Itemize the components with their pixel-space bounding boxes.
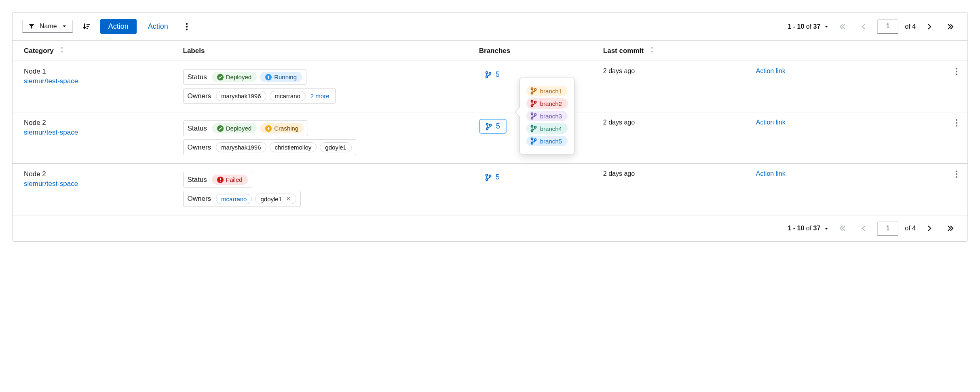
secondary-action-button[interactable]: Action — [143, 19, 173, 34]
branches-popover: branch1 branch2 branch3 branch4 branch5 — [520, 78, 574, 154]
owners-label-group: Ownersmaryshak1996mcarrano2 more — [183, 88, 336, 104]
node-name: Node 1 — [24, 67, 167, 76]
funnel-icon — [28, 23, 35, 30]
svg-point-21 — [534, 89, 536, 91]
branches-number: 5 — [496, 70, 500, 79]
owner-chip[interactable]: christiemolloy — [270, 142, 317, 152]
filter-dropdown[interactable]: Name — [22, 20, 73, 33]
svg-point-34 — [956, 119, 957, 121]
svg-point-17 — [486, 128, 488, 130]
svg-point-27 — [534, 114, 536, 116]
last-commit-value: 2 days ago — [603, 119, 635, 126]
page-input[interactable] — [877, 19, 898, 34]
row-action-link[interactable]: Action link — [756, 170, 786, 177]
svg-point-11 — [956, 68, 957, 70]
branches-count[interactable]: 5 — [479, 170, 506, 184]
svg-point-12 — [956, 71, 957, 72]
svg-point-3 — [186, 23, 188, 24]
toolbar-kebab[interactable] — [180, 19, 194, 34]
svg-point-31 — [531, 138, 533, 140]
col-category[interactable]: Category — [13, 41, 175, 61]
primary-action-button[interactable]: Action — [100, 19, 137, 34]
branch-chip[interactable]: branch4 — [526, 123, 568, 134]
svg-point-26 — [531, 117, 533, 119]
row-kebab[interactable] — [955, 70, 958, 77]
kebab-icon — [955, 119, 958, 127]
branch-chip[interactable]: branch2 — [526, 98, 568, 109]
branches-count[interactable]: 5 — [479, 67, 506, 82]
svg-point-10 — [489, 72, 491, 74]
svg-point-25 — [531, 113, 533, 115]
branch-chip[interactable]: branch3 — [526, 111, 568, 121]
svg-point-13 — [956, 74, 957, 75]
last-commit-value: 2 days ago — [603, 67, 635, 74]
svg-point-41 — [486, 179, 488, 181]
page-prev-button[interactable] — [856, 221, 871, 236]
col-kebab — [947, 41, 967, 61]
row-action-link[interactable]: Action link — [756, 67, 786, 74]
svg-point-16 — [486, 123, 488, 125]
sort-button[interactable] — [79, 19, 94, 34]
branch-chip[interactable]: branch1 — [526, 86, 568, 96]
svg-point-8 — [486, 72, 488, 74]
pagination-range[interactable]: 1 - 10 of 37 — [788, 225, 829, 232]
check-status-icon — [217, 125, 224, 132]
svg-point-22 — [531, 100, 533, 102]
status-chip: Deployed — [212, 123, 257, 133]
owner-chip[interactable]: mcarrano — [270, 91, 306, 101]
svg-point-29 — [531, 130, 533, 132]
label-group-title: Owners — [188, 92, 211, 100]
node-path-link[interactable]: siemur/test-space — [24, 180, 167, 188]
footer-pagination: 1 - 10 of 37 of 4 — [13, 215, 967, 241]
git-branch-icon — [485, 174, 492, 181]
page-of-label: of 4 — [905, 23, 916, 30]
page-first-button[interactable] — [835, 221, 850, 236]
page-prev-button[interactable] — [856, 19, 871, 34]
last-commit-value: 2 days ago — [603, 170, 635, 177]
owner-chip[interactable]: gdoyle1✕ — [255, 194, 296, 204]
node-name: Node 2 — [24, 119, 167, 127]
svg-point-23 — [531, 105, 533, 107]
node-path-link[interactable]: siemur/test-space — [24, 77, 167, 85]
svg-point-44 — [956, 173, 957, 175]
row-kebab[interactable] — [955, 121, 958, 128]
table-row: Node 2 siemur/test-space StatusFailed Ow… — [13, 164, 967, 215]
svg-rect-1 — [87, 26, 89, 27]
caret-down-icon — [62, 24, 67, 29]
page-first-button[interactable] — [835, 19, 850, 34]
owner-chip[interactable]: maryshak1996 — [216, 91, 266, 101]
page-last-button[interactable] — [943, 19, 958, 34]
svg-point-36 — [956, 125, 957, 126]
page-next-button[interactable] — [922, 19, 937, 34]
owner-chip[interactable]: mcarrano — [216, 194, 252, 204]
svg-point-19 — [531, 88, 533, 90]
pagination-range[interactable]: 1 - 10 of 37 — [788, 23, 829, 30]
label-group-title: Status — [188, 176, 207, 184]
node-path-link[interactable]: siemur/test-space — [24, 129, 167, 137]
svg-point-18 — [489, 124, 491, 126]
git-branch-icon — [530, 100, 537, 107]
row-action-link[interactable]: Action link — [756, 119, 786, 126]
branches-number: 5 — [496, 173, 500, 181]
owner-chip[interactable]: gdoyle1 — [320, 142, 352, 152]
page-next-button[interactable] — [922, 221, 937, 236]
remove-chip-icon[interactable]: ✕ — [286, 195, 291, 202]
svg-point-35 — [956, 122, 957, 124]
label-group-title: Status — [188, 124, 207, 133]
page-input[interactable] — [877, 221, 898, 236]
branch-chip[interactable]: branch5 — [526, 136, 568, 146]
chevron-right-icon — [927, 225, 932, 232]
filter-label: Name — [40, 23, 57, 30]
kebab-icon — [955, 67, 958, 76]
row-kebab[interactable] — [955, 173, 958, 179]
total-value: 37 — [813, 23, 821, 30]
page-last-button[interactable] — [943, 221, 958, 236]
branches-count[interactable]: 5 — [479, 119, 507, 134]
col-labels: Labels — [175, 41, 471, 61]
owner-chip[interactable]: 2 more — [309, 91, 331, 101]
owner-chip[interactable]: maryshak1996 — [216, 142, 266, 152]
svg-rect-0 — [87, 24, 90, 25]
col-last-commit[interactable]: Last commit — [595, 41, 748, 61]
status-label-group: StatusDeployedRunning — [183, 69, 306, 85]
svg-point-45 — [956, 176, 957, 178]
